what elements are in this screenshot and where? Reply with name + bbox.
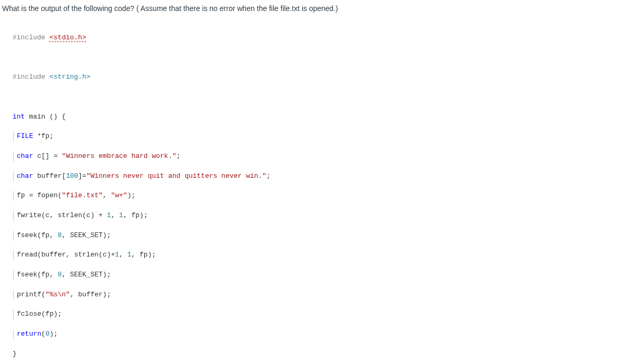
code-token: } — [13, 350, 17, 358]
code-token: , — [111, 211, 119, 219]
code-token: 1 — [115, 251, 119, 259]
question-text: What is the output of the following code… — [0, 0, 633, 19]
code-token: return — [17, 330, 41, 338]
code-token: ); — [127, 191, 136, 199]
code-token: char — [17, 172, 33, 180]
code-token: char — [17, 152, 33, 160]
code-token: "Winners embrace hard work." — [62, 152, 176, 160]
code-token: , — [119, 251, 127, 259]
code-token: fseek(fp, — [17, 271, 58, 279]
code-token: 1 — [119, 211, 123, 219]
code-token: ); — [49, 330, 58, 338]
code-token: #include — [13, 73, 45, 81]
code-token: buffer[ — [33, 172, 66, 180]
code-token: ; — [176, 152, 180, 160]
code-token: fp = fopen( — [17, 191, 62, 199]
code-token: fwrite(c, strlen(c) + — [17, 211, 107, 219]
code-token: , fp); — [131, 251, 156, 259]
code-block: #include <stdio.h> #include <string.h> i… — [0, 19, 633, 364]
code-token: , — [103, 191, 111, 199]
code-token: "w+" — [111, 191, 127, 199]
code-token: main () { — [25, 113, 66, 121]
code-token: 8 — [58, 231, 62, 239]
code-token: fseek(fp, — [17, 231, 58, 239]
code-token: printf( — [17, 291, 46, 298]
code-token: "file.txt" — [62, 191, 103, 199]
code-token: "%s\n" — [46, 291, 70, 298]
code-token: 8 — [58, 271, 62, 279]
code-token: <string.h> — [49, 73, 90, 81]
code-token: <stdio.h> — [49, 34, 86, 42]
code-token: ( — [41, 330, 46, 338]
code-token: , buffer); — [70, 291, 111, 298]
code-token: , SEEK_SET); — [62, 271, 111, 279]
code-token: int — [13, 113, 25, 121]
code-token: ; — [266, 172, 271, 180]
code-token: 100 — [66, 172, 78, 180]
code-token: *fp; — [33, 132, 53, 140]
code-token: FILE — [17, 132, 33, 140]
code-token: fclose(fp); — [17, 310, 62, 318]
code-token: , fp); — [123, 211, 148, 219]
code-token: ]= — [78, 172, 87, 180]
code-token: , SEEK_SET); — [62, 231, 111, 239]
code-token: "Winners never quit and quitters never w… — [87, 172, 266, 180]
code-token: c[] = — [33, 152, 62, 160]
code-token: #include — [13, 34, 45, 41]
code-token: fread(buffer, strlen(c)+ — [17, 251, 115, 259]
